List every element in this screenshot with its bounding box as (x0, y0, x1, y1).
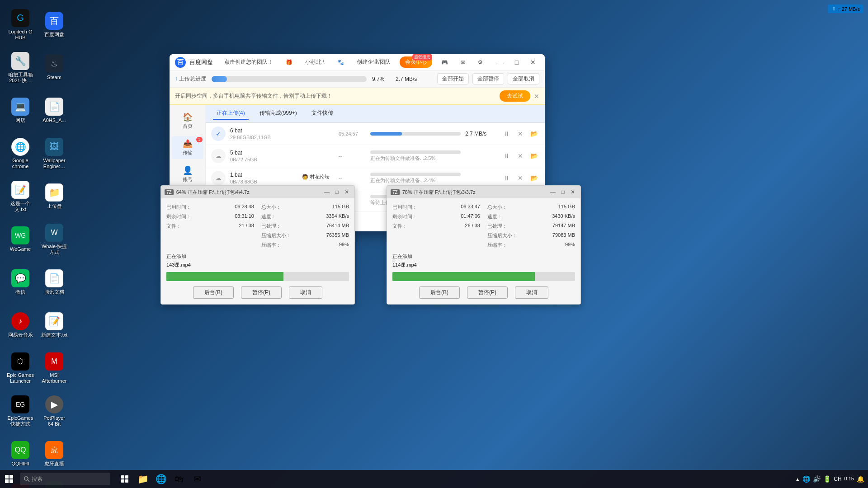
icon-baidu[interactable]: 百 百度网盘 (38, 5, 70, 45)
icon-upload[interactable]: 📁 上传盘 (38, 176, 70, 217)
icon-yigetxt[interactable]: 📝 这是一个文.txt (5, 176, 36, 217)
pause-btn-3[interactable]: ⏸ (501, 173, 512, 183)
zip-min-right[interactable]: — (549, 188, 557, 196)
icon-huya[interactable]: 虎 虎牙直播 (38, 434, 70, 474)
icon-neteasy[interactable]: ♪ 网易云音乐 (5, 305, 36, 346)
tab-uploading[interactable]: 正在上传(4) (213, 108, 249, 120)
nav-game[interactable]: 🎮 (438, 57, 452, 67)
open-btn-2[interactable]: 📂 (528, 150, 539, 161)
zip-cancel-btn-right[interactable]: 取消 (515, 286, 548, 299)
all-pause-btn[interactable]: 全部暂停 (472, 73, 504, 84)
zip-cancel-btn-left[interactable]: 取消 (289, 286, 322, 299)
nav-gift[interactable]: 🎁 (282, 57, 296, 67)
icon-steam[interactable]: ♨ Steam (38, 47, 70, 88)
icon-msi[interactable]: M MSI Afterburner (38, 348, 70, 389)
zip-title-left: 7Z 64% 正在压缩 F:\上传打包\4\4.7z (165, 189, 250, 196)
tray-notification-icon[interactable]: 🔔 (857, 475, 864, 483)
taskbar-mail[interactable]: ✉ (188, 470, 206, 488)
open-btn-3[interactable]: 📂 (528, 173, 539, 183)
taskbar-explorer[interactable]: 📁 (134, 470, 152, 488)
zip-processed-left: 已处理： 76414 MB (261, 223, 349, 230)
network-icon: ⬆ (832, 6, 836, 12)
minimize-button[interactable]: — (494, 56, 507, 69)
taskbar-app-store[interactable]: 🛍 (170, 470, 188, 488)
baidu-titlebar: 百 百度网盘 点击创建您的团队！ 🎁 小苏北 \ 🐾 创建企业/团队 超低组元 … (170, 54, 545, 70)
cancel-btn-3[interactable]: ✕ (515, 173, 526, 183)
tray-network-icon: 🌐 (802, 475, 810, 483)
zip-files-left: 文件： 21 / 38 (166, 223, 254, 230)
zip-controls-right: — □ ✕ (549, 188, 577, 196)
zip-close-left[interactable]: ✕ (343, 188, 351, 196)
zip-max-left[interactable]: □ (333, 188, 341, 196)
tray-volume-icon[interactable]: 🔊 (813, 475, 821, 483)
sidebar-item-transfer[interactable]: 1 📤 传输 (172, 136, 203, 159)
promo-close-btn[interactable]: ✕ (534, 93, 539, 100)
nav-team[interactable]: 点击创建您的团队！ (221, 56, 277, 68)
icon-wegame[interactable]: WG WeGame (5, 219, 36, 260)
icon-wallpaper[interactable]: 🖼 Wallpaper Engine:… (38, 133, 70, 174)
nav-enterprise[interactable]: 创建企业/团队 (353, 56, 394, 68)
icon-epic[interactable]: ⬡ Epic Games Launcher (5, 348, 36, 389)
icon-weixin[interactable]: 💬 微信 (5, 262, 36, 303)
icon-label-huya: 虎牙直播 (44, 461, 64, 467)
svg-rect-2 (5, 479, 9, 483)
taskbar-edge-app[interactable]: 🌐 (152, 470, 170, 488)
start-button[interactable] (0, 470, 18, 488)
nav-paw[interactable]: 🐾 (334, 57, 348, 67)
nav-vip-btn[interactable]: 超低组元 会员中心 (400, 56, 432, 68)
upload-progress-fill (212, 76, 226, 82)
all-cancel-btn[interactable]: 全部取消 (508, 73, 539, 84)
tab-quicksend[interactable]: 文件快传 (308, 108, 337, 120)
nav-user[interactable]: 小苏北 \ (302, 56, 328, 68)
icon-whale[interactable]: W Whale·快捷方式 (38, 219, 70, 260)
icon-label-epicfast: EpicGames快捷方式 (7, 415, 34, 427)
nav-mail[interactable]: ✉ (457, 57, 469, 67)
nav-settings[interactable]: ⚙ (474, 57, 486, 67)
icon-wangdian[interactable]: 💻 网店 (5, 90, 36, 131)
zip-min-left[interactable]: — (323, 188, 331, 196)
zip-filename-left: 143课.mp4 (166, 262, 349, 268)
account-icon: 👤 (183, 165, 193, 175)
zip-back-btn-right[interactable]: 后台(B) (419, 286, 460, 299)
svg-rect-6 (121, 475, 124, 479)
pause-btn-2[interactable]: ⏸ (501, 150, 512, 161)
zip-pause-btn-right[interactable]: 暂停(P) (467, 286, 508, 299)
icon-tool[interactable]: 🔧 咱把工具箱2021·快… (5, 47, 36, 88)
icon-potplayer[interactable]: ▶ PotPlayer 64 Bit (38, 391, 70, 432)
zip-max-right[interactable]: □ (559, 188, 567, 196)
tab-completed[interactable]: 传输完成(999+) (256, 108, 301, 120)
sidebar-item-account[interactable]: 👤 账号 (172, 163, 203, 186)
icon-epicfast[interactable]: EG EpicGames快捷方式 (5, 391, 36, 432)
zip-pause-btn-left[interactable]: 暂停(P) (241, 286, 282, 299)
pause-btn-1[interactable]: ⏸ (501, 128, 512, 139)
zip-close-right[interactable]: ✕ (569, 188, 577, 196)
sidebar-item-home[interactable]: 🏠 首页 (172, 109, 203, 132)
taskbar-taskview[interactable] (116, 470, 134, 488)
close-button[interactable]: ✕ (527, 56, 539, 69)
icon-aods[interactable]: 📄 A0HS_A... (38, 90, 70, 131)
maximize-button[interactable]: □ (510, 56, 523, 69)
open-btn-1[interactable]: 📂 (528, 128, 539, 139)
icon-logitech[interactable]: G Logitech G HUB (5, 5, 36, 45)
cancel-btn-1[interactable]: ✕ (515, 128, 526, 139)
icon-label-chrome: Google chrome (7, 158, 34, 169)
all-start-btn[interactable]: 全部开始 (437, 73, 469, 84)
taskbar-search-bar[interactable]: 搜索 (20, 473, 110, 485)
icon-tapian[interactable]: 📄 腾讯文档 (38, 262, 70, 303)
svg-rect-7 (125, 475, 128, 479)
file-progress-1 (370, 132, 461, 136)
zip-titlebar-right: 7Z 78% 正在压缩 F:\上传打包\3\3.7z — □ ✕ (387, 186, 580, 198)
icon-chrome[interactable]: 🌐 Google chrome (5, 133, 36, 174)
file-item-2: ☁ 5.bat 0B/72.75GB -- 正在为传输文件做准备...2.5% (206, 145, 545, 167)
zip-rate-left: 压缩率： 99% (261, 242, 349, 249)
cancel-btn-2[interactable]: ✕ (515, 150, 526, 161)
file-size-1: 29.88GB/82.11GB (230, 135, 334, 140)
tray-chevron[interactable]: ▲ (795, 477, 800, 482)
zip-back-btn-left[interactable]: 后台(B) (193, 286, 234, 299)
try-btn[interactable]: 去试试 (500, 90, 530, 102)
sidebar-label-transfer: 传输 (183, 150, 193, 156)
taskbar-time: 0:15 (844, 475, 854, 482)
icon-qq[interactable]: QQ QQHIHI (5, 434, 36, 474)
icon-newtxt[interactable]: 📝 新建文本.txt (38, 305, 70, 346)
zip-filename-right: 114课.mp4 (392, 262, 575, 268)
